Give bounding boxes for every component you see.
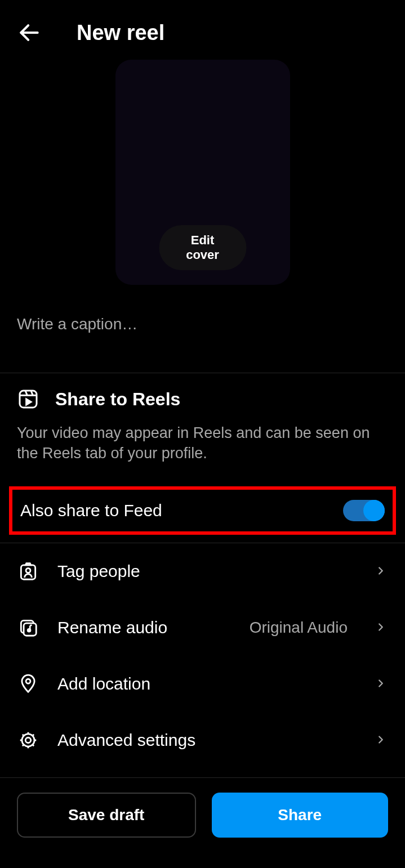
svg-point-7 — [26, 568, 30, 572]
add-location-label: Add location — [57, 674, 357, 693]
edit-cover-button[interactable]: Edit cover — [159, 225, 246, 270]
chevron-right-icon — [375, 677, 388, 691]
svg-point-11 — [26, 679, 30, 683]
svg-point-13 — [25, 737, 31, 743]
rename-audio-label: Rename audio — [57, 618, 232, 637]
back-arrow-icon[interactable] — [16, 19, 43, 46]
reels-icon — [17, 388, 39, 410]
preview-area: Edit cover — [0, 60, 405, 290]
gear-icon — [17, 729, 39, 751]
save-draft-button[interactable]: Save draft — [17, 793, 196, 838]
header: New reel — [0, 0, 405, 60]
chevron-right-icon — [375, 565, 388, 578]
svg-point-12 — [22, 734, 34, 746]
chevron-right-icon — [375, 733, 388, 747]
svg-point-10 — [28, 629, 30, 632]
also-share-to-feed-row[interactable]: Also share to Feed — [9, 486, 396, 535]
share-to-reels-title: Share to Reels — [55, 389, 180, 410]
footer: Save draft Share — [0, 778, 405, 857]
caption-input[interactable] — [17, 315, 388, 333]
rename-audio-row[interactable]: Rename audio Original Audio — [0, 599, 405, 656]
audio-icon — [17, 616, 39, 639]
svg-rect-1 — [20, 391, 37, 408]
toggle-knob — [363, 500, 385, 521]
chevron-right-icon — [375, 621, 388, 634]
share-to-reels-description: Your video may appear in Reels and can b… — [17, 423, 388, 464]
advanced-settings-label: Advanced settings — [57, 731, 357, 750]
svg-marker-5 — [26, 399, 31, 405]
also-share-to-feed-label: Also share to Feed — [20, 501, 162, 520]
caption-section — [0, 290, 405, 373]
tag-people-label: Tag people — [57, 562, 357, 581]
also-share-to-feed-toggle[interactable] — [343, 500, 385, 521]
page-title: New reel — [77, 21, 164, 45]
share-button[interactable]: Share — [212, 793, 389, 838]
share-to-reels-section: Share to Reels Your video may appear in … — [0, 373, 405, 478]
reel-cover-preview[interactable]: Edit cover — [115, 60, 290, 285]
location-pin-icon — [17, 673, 39, 695]
rename-audio-value: Original Audio — [250, 619, 348, 637]
advanced-settings-row[interactable]: Advanced settings — [0, 712, 405, 768]
tag-people-row[interactable]: Tag people — [0, 543, 405, 599]
tag-people-icon — [17, 560, 39, 583]
add-location-row[interactable]: Add location — [0, 656, 405, 712]
